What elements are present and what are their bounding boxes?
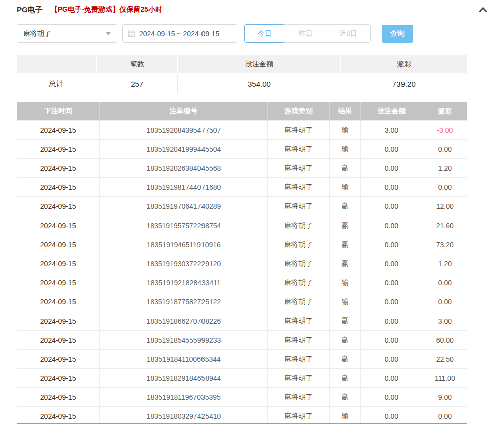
cell-date: 2024-09-15	[17, 350, 100, 369]
cell-result: 赢	[330, 235, 361, 254]
cell-payout: 9.00	[423, 388, 467, 407]
cell-game: 麻将胡了	[267, 350, 330, 369]
records-header-payout: 派彩	[423, 102, 467, 121]
bet-records-panel: PG电子 【PG电子-免费游戏】仅保留25小时 麻将胡了	[0, 0, 504, 424]
table-row: 2024-09-15 1835191877582725122 麻将胡了 输 0.…	[17, 292, 467, 311]
cell-game: 麻将胡了	[267, 216, 330, 235]
cell-game: 麻将胡了	[267, 369, 330, 388]
cell-bet-amount: 0.00	[361, 197, 423, 216]
table-row: 2024-09-15 1835192041999445504 麻将胡了 输 0.…	[17, 140, 467, 159]
cell-bet-id: 1835192041999445504	[100, 140, 267, 159]
cell-date: 2024-09-15	[17, 369, 100, 388]
cell-date: 2024-09-15	[17, 407, 100, 424]
today-button[interactable]: 今日	[244, 24, 285, 43]
table-row: 2024-09-15 1835191970641740289 麻将胡了 赢 0.…	[17, 197, 467, 216]
cell-payout: 0.00	[423, 292, 467, 311]
cell-bet-id: 1835191957572298754	[100, 216, 267, 235]
records-header-date: 下注时间	[17, 102, 100, 121]
records-header-bet: 投注金额	[361, 102, 423, 121]
summary-header-bet-amount: 投注金额	[178, 55, 341, 74]
cell-payout: 22.50	[423, 350, 467, 369]
cell-game: 麻将胡了	[267, 159, 330, 178]
date-range-value: 2024-09-15 ~ 2024-09-15	[139, 30, 219, 38]
cell-payout: 3.00	[423, 311, 467, 331]
cell-bet-amount: 0.00	[361, 407, 423, 424]
records-header-bet-id: 注单编号	[100, 102, 267, 121]
cell-bet-amount: 0.00	[361, 140, 423, 159]
cell-game: 麻将胡了	[267, 273, 330, 292]
cell-game: 麻将胡了	[267, 407, 330, 424]
yesterday-button[interactable]: 昨日	[285, 24, 326, 43]
records-header-row: 下注时间 注单编号 游戏类别 结果 投注金额 派彩	[17, 102, 467, 121]
cell-result: 赢	[330, 311, 361, 331]
cell-date: 2024-09-15	[17, 235, 100, 254]
search-button[interactable]: 查询	[382, 25, 413, 43]
cell-bet-amount: 0.00	[361, 159, 423, 178]
table-row: 2024-09-15 1835191930372229120 麻将胡了 赢 0.…	[17, 254, 467, 273]
table-row: 2024-09-15 1835191981744071680 麻将胡了 输 0.…	[17, 178, 467, 197]
records-header-result: 结果	[330, 102, 361, 121]
cell-result: 输	[330, 178, 361, 197]
cell-game: 麻将胡了	[267, 197, 330, 216]
cell-date: 2024-09-15	[17, 292, 100, 311]
cell-result: 赢	[330, 331, 361, 350]
cell-bet-amount: 0.00	[361, 235, 423, 254]
cell-date: 2024-09-15	[17, 140, 100, 159]
cell-game: 麻将胡了	[267, 178, 330, 197]
table-row: 2024-09-15 1835192026384045568 麻将胡了 赢 0.…	[17, 159, 467, 178]
cell-payout: 60.00	[423, 331, 467, 350]
cell-payout: -3.00	[423, 121, 467, 140]
panel-header: PG电子 【PG电子-免费游戏】仅保留25小时	[17, 0, 487, 15]
cell-payout: 0.00	[423, 140, 467, 159]
cell-bet-id: 1835192026384045568	[100, 159, 267, 178]
records-header-game: 游戏类别	[267, 102, 330, 121]
game-select[interactable]: 麻将胡了	[17, 24, 117, 43]
last-8-days-button[interactable]: 近8日	[326, 24, 371, 43]
cell-bet-id: 1835191981744071680	[100, 178, 267, 197]
cell-bet-id: 1835191970641740289	[100, 197, 267, 216]
cell-payout: 12.00	[423, 197, 467, 216]
summary-header-row: 笔数 投注金额 派彩	[17, 55, 467, 74]
cell-bet-id: 1835191921828433411	[100, 273, 267, 292]
cell-game: 麻将胡了	[267, 235, 330, 254]
cell-bet-amount: 0.00	[361, 273, 423, 292]
cell-date: 2024-09-15	[17, 216, 100, 235]
cell-bet-amount: 0.00	[361, 388, 423, 407]
cell-bet-id: 1835191803297425410	[100, 407, 267, 424]
cell-bet-id: 1835191829184658944	[100, 369, 267, 388]
table-row: 2024-09-15 1835191866270708226 麻将胡了 赢 0.…	[17, 311, 467, 331]
cell-result: 赢	[330, 254, 361, 273]
cell-result: 输	[330, 140, 361, 159]
cell-payout: 111.00	[423, 369, 467, 388]
records-body: 2024-09-15 1835192084395477507 麻将胡了 输 3.…	[17, 121, 467, 424]
calendar-icon	[128, 30, 135, 37]
cell-date: 2024-09-15	[17, 254, 100, 273]
cell-payout: 1.20	[423, 254, 467, 273]
chevron-up-icon	[479, 7, 487, 13]
cell-bet-amount: 0.00	[361, 254, 423, 273]
cell-game: 麻将胡了	[267, 292, 330, 311]
summary-total-label: 总计	[17, 74, 96, 94]
cell-date: 2024-09-15	[17, 388, 100, 407]
table-row: 2024-09-15 1835191854555999233 麻将胡了 赢 0.…	[17, 331, 467, 350]
summary-total-row: 总计 257 354.00 739.20	[17, 74, 467, 94]
cell-result: 输	[330, 407, 361, 424]
table-row: 2024-09-15 1835192084395477507 麻将胡了 输 3.…	[17, 121, 467, 140]
cell-bet-amount: 0.00	[361, 216, 423, 235]
cell-game: 麻将胡了	[267, 331, 330, 350]
collapse-button[interactable]	[479, 7, 487, 13]
filter-bar: 麻将胡了 2024-09-15 ~ 2024-09-15 今	[17, 24, 487, 43]
cell-result: 赢	[330, 197, 361, 216]
cell-bet-amount: 0.00	[361, 178, 423, 197]
cell-bet-id: 1835192084395477507	[100, 121, 267, 140]
summary-header-count: 笔数	[96, 55, 178, 74]
table-row: 2024-09-15 1835191921828433411 麻将胡了 输 0.…	[17, 273, 467, 292]
table-row: 2024-09-15 1835191946511910916 麻将胡了 赢 0.…	[17, 235, 467, 254]
cell-payout: 0.00	[423, 407, 467, 424]
cell-result: 赢	[330, 216, 361, 235]
cell-bet-amount: 0.00	[361, 350, 423, 369]
cell-payout: 1.20	[423, 159, 467, 178]
cell-bet-amount: 0.00	[361, 331, 423, 350]
date-range-input[interactable]: 2024-09-15 ~ 2024-09-15	[122, 24, 237, 43]
cell-game: 麻将胡了	[267, 121, 330, 140]
